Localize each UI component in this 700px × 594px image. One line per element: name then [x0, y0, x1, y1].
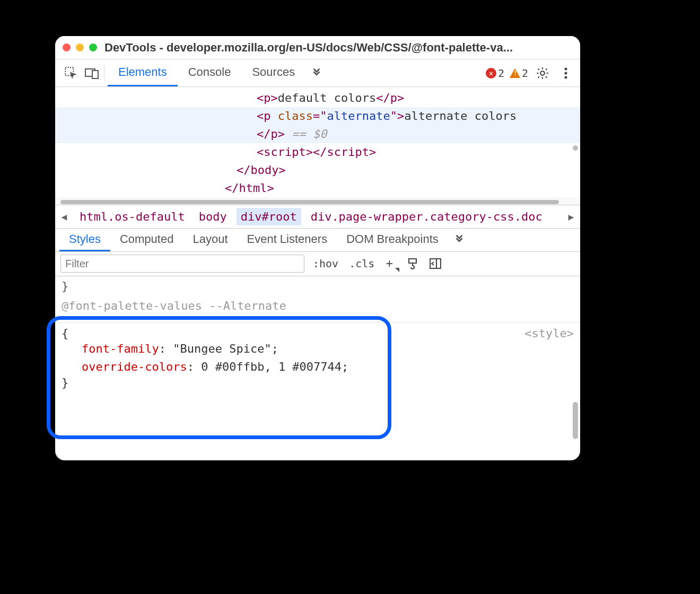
breadcrumb-left-arrow[interactable]: ◀ — [58, 211, 70, 222]
svg-point-3 — [540, 71, 545, 75]
dom-text: default colors — [278, 91, 376, 104]
tab-computed[interactable]: Computed — [110, 229, 183, 251]
style-source-link[interactable]: <style> — [524, 327, 574, 340]
window-title: DevTools - developer.mozilla.org/en-US/d… — [104, 41, 573, 55]
warning-icon — [510, 68, 520, 78]
css-value[interactable]: 0 #00ffbb, 1 #007744 — [201, 360, 342, 373]
settings-icon[interactable] — [533, 64, 552, 82]
tab-elements[interactable]: Elements — [108, 59, 178, 86]
warnings-badge[interactable]: 2 — [510, 67, 528, 80]
breadcrumb-item[interactable]: div.page-wrapper.category-css.doc — [307, 208, 560, 225]
horizontal-scrollbar[interactable] — [55, 198, 580, 205]
minimize-window-button[interactable] — [76, 43, 84, 51]
scrollbar-thumb[interactable] — [60, 200, 559, 204]
breadcrumb-item[interactable]: body — [195, 208, 231, 225]
css-property[interactable]: override-colors — [82, 360, 187, 373]
dom-tree[interactable]: <p>default colors</p> <p class="alternat… — [55, 87, 580, 205]
styles-pane[interactable]: } @font-palette-values --Alternate <styl… — [55, 276, 580, 460]
breadcrumb-right-arrow[interactable]: ▶ — [565, 211, 577, 222]
computed-sidebar-toggle-icon[interactable] — [427, 256, 443, 272]
rule-close-brace: } — [62, 279, 574, 293]
tab-dom-breakpoints[interactable]: DOM Breakpoints — [337, 229, 448, 251]
tab-sources[interactable]: Sources — [241, 59, 305, 86]
css-declaration[interactable]: override-colors: 0 #00ffbb, 1 #007744; — [82, 358, 574, 376]
vertical-scrollbar[interactable] — [573, 402, 578, 439]
styles-tabs: Styles Computed Layout Event Listeners D… — [55, 229, 580, 252]
svg-point-6 — [565, 76, 567, 78]
errors-count: 2 — [498, 67, 504, 80]
tab-console[interactable]: Console — [178, 59, 242, 86]
svg-point-4 — [565, 67, 567, 70]
vertical-scrollbar[interactable] — [573, 145, 578, 151]
dom-breadcrumb: ◀ html.os-default body div#root div.page… — [55, 205, 580, 229]
paint-brush-icon[interactable] — [405, 256, 421, 272]
dom-line[interactable]: <script></script> — [55, 143, 580, 161]
selected-marker: == $0 — [292, 127, 327, 141]
rule-divider — [55, 322, 580, 322]
css-property[interactable]: font-family — [82, 342, 159, 355]
styles-toolbar: :hov .cls + — [55, 252, 580, 276]
error-icon: ✕ — [486, 68, 496, 78]
toolbar-divider — [104, 66, 104, 81]
at-rule-header[interactable]: @font-palette-values --Alternate — [62, 299, 574, 317]
new-style-rule-icon[interactable]: + — [383, 256, 399, 272]
css-declaration[interactable]: font-family: "Bungee Spice"; — [82, 340, 574, 358]
styles-filter-input[interactable] — [60, 255, 304, 273]
inspect-element-icon[interactable] — [60, 63, 82, 84]
toolbar-right: ✕ 2 2 — [486, 64, 575, 82]
dom-line-selected-close[interactable]: </p> == $0 — [55, 125, 580, 143]
more-menu-icon[interactable] — [557, 64, 575, 82]
main-toolbar: Elements Console Sources ✕ 2 2 — [55, 59, 580, 87]
errors-badge[interactable]: ✕ 2 — [486, 67, 504, 80]
tab-layout[interactable]: Layout — [183, 229, 237, 251]
breadcrumb-item[interactable]: html.os-default — [75, 208, 189, 225]
devtools-window: DevTools - developer.mozilla.org/en-US/d… — [55, 36, 580, 460]
window-controls — [63, 43, 97, 51]
zoom-window-button[interactable] — [89, 43, 97, 51]
svg-point-5 — [565, 72, 567, 74]
breadcrumb-item-active[interactable]: div#root — [237, 208, 301, 225]
cls-toggle[interactable]: .cls — [347, 256, 377, 271]
rule-open-brace: { — [62, 327, 68, 340]
hov-toggle[interactable]: :hov — [311, 256, 340, 271]
dom-line[interactable]: </html> — [55, 179, 580, 197]
styles-tabs-overflow-icon[interactable] — [448, 229, 470, 251]
close-window-button[interactable] — [63, 43, 71, 51]
tab-styles[interactable]: Styles — [59, 229, 110, 251]
css-value[interactable]: "Bungee Spice" — [173, 342, 271, 355]
rule-close-brace: } — [62, 376, 574, 389]
tab-event-listeners[interactable]: Event Listeners — [238, 229, 337, 251]
svg-rect-7 — [409, 259, 416, 263]
tabs-overflow-icon[interactable] — [305, 59, 328, 86]
device-toolbar-icon[interactable] — [82, 63, 103, 84]
warnings-count: 2 — [522, 67, 528, 80]
rule-body: font-family: "Bungee Spice"; override-co… — [62, 340, 574, 376]
titlebar: DevTools - developer.mozilla.org/en-US/d… — [55, 36, 580, 59]
dom-text: alternate colors — [404, 109, 517, 123]
dom-line[interactable]: </body> — [55, 161, 580, 179]
dom-line-selected[interactable]: <p class="alternate">alternate colors — [55, 107, 580, 125]
svg-rect-2 — [92, 71, 98, 78]
panel-tabs: Elements Console Sources — [108, 59, 328, 86]
dom-line[interactable]: <p>default colors</p> — [55, 89, 580, 107]
